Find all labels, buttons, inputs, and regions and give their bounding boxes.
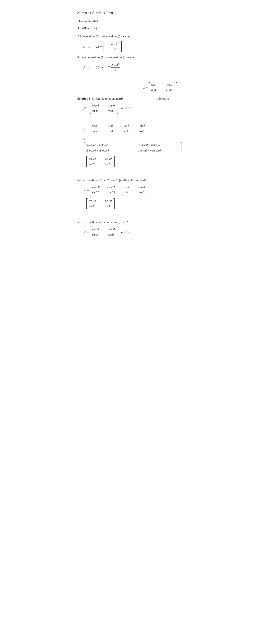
b-formula-boxed: B = A + AT 2	[104, 41, 122, 52]
rn-to-prove: Rn = cosnθ - sinnθ sinnθ cosnθ , n = 1, …	[84, 103, 184, 114]
continuing-text: R^n = [cosnθ -sinnθ; sinnθ cosnθ], n=1,2…	[77, 220, 184, 224]
r3-simplified: = cos 3θ - sin 3θ sin 3θ cos 3θ	[84, 198, 184, 209]
add-equations-text: Add equations (1) and equations (2) we g…	[77, 34, 184, 39]
subtract-equation: A - AT = 2C ⇒ C = A - AT 2	[84, 62, 184, 73]
r2-calculation: R2 = cosθ - sinθ sinθ cosθ cosθ - sinθ s…	[84, 123, 184, 134]
add-equation: A + AT = 2B ⇒ B = A + AT 2	[84, 41, 184, 52]
r2-expanded: = cosθcosθ - sinθsinθ - cosθsinθ - sinθc…	[84, 137, 184, 153]
equation-at-bc2: AT =B - C...(2 )	[77, 26, 184, 31]
rn-final: Rn = cosnθ - sinnθ sinnθ cosnθ , n = 1, …	[84, 226, 184, 237]
similarly-text: R^3 = [cos2θ -sin2θ; sin2θ cos2θ][cosθ -…	[77, 178, 184, 182]
implies-text: This implies that	[77, 18, 184, 24]
r3-calculation: R3 = cos 2θ - sin 2θ sin 2θ cos 2θ cosθ …	[84, 184, 184, 196]
equation-at-bc: AT =(B + C)T =BT + CT =B - C	[77, 10, 184, 15]
r2-simplified: = cos 2θ - sin 2θ sin 2θ cos 2θ	[84, 156, 184, 167]
solution8-text: Solution 8: Given the rotation matrix . …	[77, 96, 184, 101]
rotation-matrix-def: R = cosθ - sinθ sinθ cosθ	[84, 82, 178, 93]
c-formula-boxed: C = A - AT 2	[104, 62, 122, 73]
subtract-equations-text: Subtract equations (1) and equations (2)…	[77, 55, 184, 60]
